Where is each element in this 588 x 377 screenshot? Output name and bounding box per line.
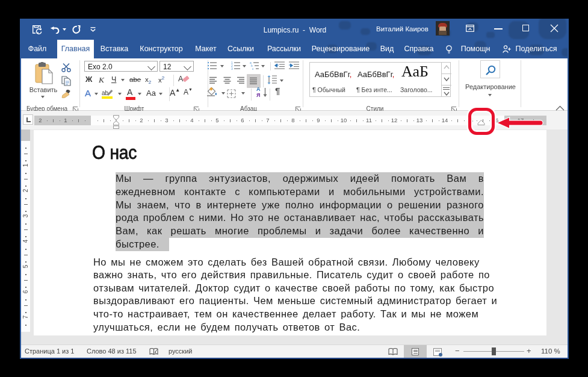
- svg-text:ab: ab: [102, 90, 109, 96]
- svg-text:3: 3: [231, 67, 233, 70]
- svg-text:c: c: [252, 67, 254, 70]
